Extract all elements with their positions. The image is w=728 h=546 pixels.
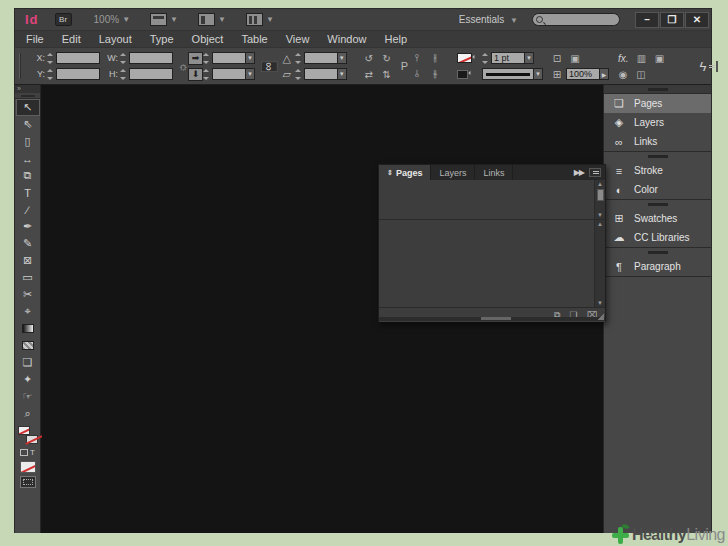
span-columns-icon[interactable]: ▣ xyxy=(651,53,669,64)
masters-scrollbar[interactable]: ▲▼ xyxy=(594,180,605,219)
y-field[interactable] xyxy=(56,68,100,80)
formatting-affects-container-icon[interactable] xyxy=(20,449,28,456)
note-tool[interactable]: ❏ xyxy=(16,354,40,371)
workspace-switcher[interactable]: Essentials ▼ xyxy=(459,14,518,25)
dock-header[interactable] xyxy=(604,85,711,94)
menu-object[interactable]: Object xyxy=(183,33,233,45)
select-container-icon[interactable]: P xyxy=(401,60,408,72)
scroll-thumb[interactable] xyxy=(481,317,511,320)
stroke-weight-stepper[interactable] xyxy=(482,53,489,64)
tools-panel-collapse[interactable]: » xyxy=(15,85,40,93)
columns-icon[interactable]: ▥ xyxy=(633,53,651,64)
view-options-dropdown[interactable]: ▼ xyxy=(150,13,178,26)
frame-fitting-icon[interactable]: ⊞ xyxy=(548,69,566,80)
menu-view[interactable]: View xyxy=(277,33,319,45)
scale-y-field[interactable] xyxy=(212,68,246,80)
chevron-down-icon[interactable]: ▼ xyxy=(246,68,255,80)
chevron-down-icon[interactable]: ▼ xyxy=(534,68,543,80)
rotate-ccw-icon[interactable]: ↺ xyxy=(360,53,378,64)
selection-tool[interactable]: ↖ xyxy=(16,99,40,116)
free-transform-tool[interactable]: ⌖ xyxy=(16,303,40,320)
dock-item-color[interactable]: ◐Color xyxy=(604,180,711,199)
shear-stepper[interactable] xyxy=(295,69,302,80)
screen-mode-button[interactable] xyxy=(20,476,36,488)
menu-help[interactable]: Help xyxy=(375,33,416,45)
menu-edit[interactable]: Edit xyxy=(53,33,90,45)
align-bottom-icon[interactable]: ⫰ xyxy=(408,68,426,80)
scale-x-stepper[interactable] xyxy=(203,53,210,64)
panel-grip[interactable] xyxy=(19,53,21,79)
hand-tool[interactable]: ☞ xyxy=(16,388,40,405)
distribute-horizontal-icon[interactable]: ⫲ xyxy=(426,52,444,64)
chevron-down-icon[interactable]: ▼ xyxy=(338,68,347,80)
chevron-right-icon[interactable]: ▶ xyxy=(600,68,609,80)
stroke-swatch[interactable] xyxy=(26,435,38,444)
h-stepper[interactable] xyxy=(120,69,127,80)
chevron-down-icon[interactable]: ▼ xyxy=(246,52,255,64)
dock-item-pages[interactable]: ❏Pages xyxy=(604,94,711,113)
corner-options-icon[interactable]: ⊡ xyxy=(548,53,566,64)
scroll-down-icon[interactable]: ▼ xyxy=(597,299,603,307)
text-wrap-icon[interactable]: ◫ xyxy=(632,69,650,80)
x-field[interactable] xyxy=(56,52,100,64)
zoom-tool[interactable]: ⌕ xyxy=(16,405,40,422)
gradient-feather-tool[interactable] xyxy=(16,337,40,354)
corner-shape-icon[interactable]: ▣ xyxy=(566,53,584,64)
horizontal-scrollbar[interactable] xyxy=(379,317,605,321)
eyedropper-tool[interactable]: ✦ xyxy=(16,371,40,388)
menu-window[interactable]: Window xyxy=(318,33,375,45)
menu-layout[interactable]: Layout xyxy=(90,33,141,45)
reference-point-proxy[interactable] xyxy=(24,59,26,74)
dock-group-divider[interactable] xyxy=(604,199,711,209)
tab-links[interactable]: Links xyxy=(475,165,513,180)
scale-y-stepper[interactable] xyxy=(203,69,210,80)
fill-stroke-proxy[interactable] xyxy=(18,426,38,444)
wrap-around-icon[interactable]: ◉ xyxy=(614,69,632,80)
quick-apply-icon[interactable]: ϟ xyxy=(700,59,707,74)
scissors-tool[interactable]: ✂ xyxy=(16,286,40,303)
dock-item-layers[interactable]: ◈Layers xyxy=(604,113,711,132)
rotation-field[interactable] xyxy=(304,52,338,64)
scroll-down-icon[interactable]: ▼ xyxy=(597,211,603,219)
direct-selection-tool[interactable]: ⇖ xyxy=(16,116,40,133)
stroke-color-swatch[interactable] xyxy=(457,53,472,63)
panel-menu-icon[interactable] xyxy=(716,61,718,72)
fill-color-swatch[interactable] xyxy=(457,70,468,79)
search-input[interactable] xyxy=(532,13,620,26)
content-collector-tool[interactable]: ⧉ xyxy=(16,167,40,184)
w-field[interactable] xyxy=(129,52,173,64)
flip-horizontal-icon[interactable]: ⇄ xyxy=(360,69,378,80)
arrange-documents-dropdown[interactable]: ▼ xyxy=(246,13,274,26)
scroll-up-icon[interactable]: ▲ xyxy=(597,180,603,188)
chevron-down-icon[interactable]: ▼ xyxy=(338,52,347,64)
dock-group-divider[interactable] xyxy=(604,247,711,257)
opacity-field[interactable]: 100% xyxy=(566,68,600,80)
type-tool[interactable]: T xyxy=(16,184,40,201)
dock-item-paragraph[interactable]: ¶Paragraph xyxy=(604,257,711,276)
w-stepper[interactable] xyxy=(120,53,127,64)
apply-none-button[interactable] xyxy=(20,461,36,473)
stroke-weight-field[interactable]: 1 pt xyxy=(491,52,525,64)
page-tool[interactable]: ▯ xyxy=(16,133,40,150)
close-button[interactable]: ✕ xyxy=(685,12,709,28)
rectangle-tool[interactable]: ▭ xyxy=(16,269,40,286)
dock-item-swatches[interactable]: ⊞Swatches xyxy=(604,209,711,228)
bridge-button[interactable]: Br xyxy=(55,13,72,26)
gap-tool[interactable]: ↔ xyxy=(16,150,40,167)
h-field[interactable] xyxy=(129,68,173,80)
rectangle-frame-tool[interactable]: ⊠ xyxy=(16,252,40,269)
pages-scrollbar[interactable]: ▲▼ xyxy=(594,220,605,307)
shear-field[interactable] xyxy=(304,68,338,80)
panel-resize-grip[interactable] xyxy=(597,313,604,320)
constrain-scale-link-icon[interactable]: ∞ xyxy=(261,61,278,72)
dock-item-stroke[interactable]: ≡Stroke xyxy=(604,161,711,180)
screen-mode-dropdown[interactable]: ▼ xyxy=(198,13,226,26)
menu-table[interactable]: Table xyxy=(232,33,276,45)
flip-vertical-icon[interactable]: ⇅ xyxy=(378,69,396,80)
chevron-down-icon[interactable]: ▼ xyxy=(525,52,534,64)
scroll-up-icon[interactable]: ▲ xyxy=(597,220,603,228)
menu-file[interactable]: File xyxy=(15,33,53,45)
menu-type[interactable]: Type xyxy=(141,33,183,45)
masters-area[interactable]: ▲▼ xyxy=(379,180,605,220)
dock-item-links[interactable]: ∞Links xyxy=(604,132,711,151)
